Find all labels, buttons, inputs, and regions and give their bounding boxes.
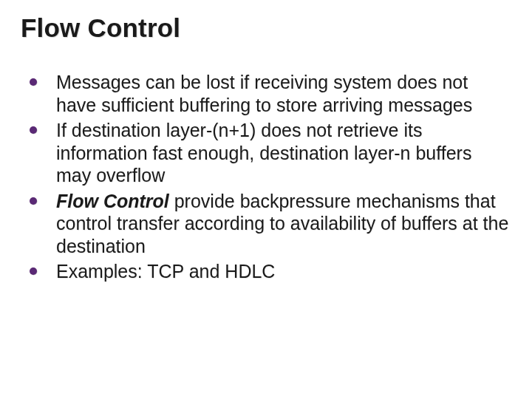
bullet-icon xyxy=(30,267,37,275)
emphasis-text: Flow Control xyxy=(56,191,169,211)
bullet-text: Flow Control provide backpressure mechan… xyxy=(56,190,511,258)
bullet-icon xyxy=(30,197,37,205)
list-item: Examples: TCP and HDLC xyxy=(30,260,511,283)
bullet-icon xyxy=(30,126,37,134)
list-item: Flow Control provide backpressure mechan… xyxy=(30,190,511,258)
list-item: Messages can be lost if receiving system… xyxy=(30,71,511,116)
slide-title: Flow Control xyxy=(21,13,511,43)
slide: Flow Control Messages can be lost if rec… xyxy=(0,0,532,399)
bullet-text: Messages can be lost if receiving system… xyxy=(56,71,511,116)
list-item: If destination layer-(n+1) does not retr… xyxy=(30,119,511,187)
bullet-text: Examples: TCP and HDLC xyxy=(56,260,275,283)
bullet-text: If destination layer-(n+1) does not retr… xyxy=(56,119,511,187)
bullet-icon xyxy=(30,78,37,86)
bullet-list: Messages can be lost if receiving system… xyxy=(21,71,511,283)
